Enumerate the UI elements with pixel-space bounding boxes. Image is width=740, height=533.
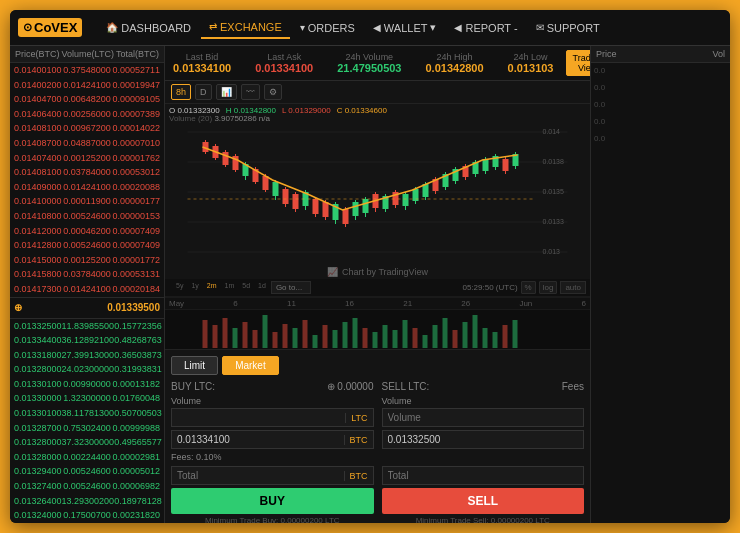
nav-dashboard[interactable]: 🏠 DASHBOARD: [98, 18, 199, 38]
buy-price-row[interactable]: BTC: [171, 430, 374, 449]
sell-order-row[interactable]: 0.014128000.005246000.00007409: [10, 238, 164, 253]
sell-order-row[interactable]: 0.014120000.000462000.00007409: [10, 224, 164, 239]
buy-order-row[interactable]: 0.013274000.005246000.00006982: [10, 479, 164, 494]
sell-button[interactable]: SELL: [382, 488, 585, 514]
sell-order-row[interactable]: 0.014081000.037840000.00053012: [10, 165, 164, 180]
buy-order-row[interactable]: 0.013294000.005246000.00005012: [10, 464, 164, 479]
sell-order-row[interactable]: 0.014158000.037840000.00053131: [10, 267, 164, 282]
buy-order-row[interactable]: 0.0133180027.399130000.36503873: [10, 348, 164, 363]
svg-rect-90: [353, 318, 358, 348]
svg-rect-91: [363, 328, 368, 348]
period-8h-btn[interactable]: 8h: [171, 84, 191, 100]
svg-rect-39: [343, 209, 349, 224]
svg-rect-51: [403, 194, 409, 206]
buy-order-row[interactable]: 0.013280000.002244000.00002981: [10, 450, 164, 465]
buy-total-input[interactable]: [172, 467, 344, 484]
nav-wallet[interactable]: ◀ WALLET ▾: [365, 17, 445, 38]
svg-rect-100: [453, 330, 458, 348]
price-00135: 0.0: [594, 100, 727, 109]
col-price: Price(BTC): [15, 49, 60, 59]
buy-order-row[interactable]: 0.013287000.753024000.00999988: [10, 421, 164, 436]
sell-order-row[interactable]: 0.014100000.000119000.00000177: [10, 194, 164, 209]
buy-order-row[interactable]: 0.013301000.009900000.00013182: [10, 377, 164, 392]
last-ask-value: 0.01334100: [255, 62, 313, 74]
buy-order-row[interactable]: 0.0133440036.128921000.48268763: [10, 333, 164, 348]
time-1y[interactable]: 1y: [188, 281, 201, 294]
xaxis-jun: Jun: [519, 299, 532, 308]
last-ask-label: Last Ask: [267, 52, 301, 62]
svg-rect-79: [243, 322, 248, 348]
buy-order-row[interactable]: 0.013240000.175007000.00231820: [10, 508, 164, 523]
buy-total-btc: BTC: [344, 471, 373, 481]
sell-order-row[interactable]: 0.014150000.001252000.00001772: [10, 253, 164, 268]
buy-order-row[interactable]: 0.0133250011.839855000.15772356: [10, 319, 164, 334]
period-d-btn[interactable]: D: [195, 84, 212, 100]
limit-tab[interactable]: Limit: [171, 356, 218, 375]
svg-rect-33: [313, 199, 319, 214]
time-1d[interactable]: 1d: [255, 281, 269, 294]
percent-btn[interactable]: %: [521, 281, 536, 294]
time-5d[interactable]: 5d: [239, 281, 253, 294]
market-tab[interactable]: Market: [222, 356, 279, 375]
mid-price: ⊕ 0.01339500: [10, 297, 164, 319]
buy-volume-input[interactable]: [172, 409, 345, 426]
nav-exchange[interactable]: ⇄ EXCHANGE: [201, 17, 290, 39]
svg-rect-89: [343, 322, 348, 348]
svg-rect-41: [353, 202, 359, 216]
sell-order-row[interactable]: 0.014002000.014241000.00019947: [10, 78, 164, 93]
goto-input[interactable]: [271, 281, 311, 294]
sell-order-row[interactable]: 0.014074000.001252000.00001762: [10, 151, 164, 166]
line-icon-btn[interactable]: 〰: [241, 84, 260, 100]
time-1m[interactable]: 1m: [222, 281, 238, 294]
sell-total-row[interactable]: [382, 466, 585, 485]
mid-price-icon: ⊕: [14, 301, 22, 315]
trading-view-btn[interactable]: Trading View: [566, 50, 591, 76]
svg-rect-99: [443, 318, 448, 348]
buy-total-row[interactable]: BTC: [171, 466, 374, 485]
log-btn[interactable]: log: [539, 281, 558, 294]
buy-label: BUY LTC:: [171, 381, 215, 392]
buy-header: BUY LTC: ⊕ 0.00000: [171, 381, 374, 392]
sell-order-row[interactable]: 0.014173000.014241000.00020184: [10, 282, 164, 297]
sell-total-input[interactable]: [383, 467, 584, 484]
buy-ltc-label: LTC: [345, 413, 372, 423]
svg-rect-93: [383, 325, 388, 348]
auto-btn[interactable]: auto: [560, 281, 586, 294]
sell-volume-row[interactable]: [382, 408, 585, 427]
time-5y[interactable]: 5y: [173, 281, 186, 294]
nav-report[interactable]: ◀ REPORT -: [446, 18, 525, 38]
volume-area: [165, 309, 590, 349]
svg-rect-98: [433, 325, 438, 348]
time-2m[interactable]: 2m: [204, 281, 220, 294]
buy-order-row[interactable]: 0.0132800037.323000000.49565577: [10, 435, 164, 450]
order-type-tabs: Limit Market: [171, 356, 584, 375]
buy-volume-row[interactable]: LTC: [171, 408, 374, 427]
sell-order-row[interactable]: 0.014081000.009672000.00014022: [10, 121, 164, 136]
svg-text:0.013: 0.013: [543, 248, 561, 255]
sell-order-row[interactable]: 0.014001000.375480000.00052711: [10, 63, 164, 78]
sell-price-row[interactable]: [382, 430, 585, 449]
sell-price-input[interactable]: [383, 431, 584, 448]
settings-icon-btn[interactable]: ⚙: [264, 84, 282, 100]
price-0014: 0.0: [594, 66, 727, 75]
sell-order-row[interactable]: 0.014090000.014241000.00020088: [10, 180, 164, 195]
sell-order-row[interactable]: 0.014047000.006482000.00009105: [10, 92, 164, 107]
sell-order-row[interactable]: 0.014087000.048870000.00007010: [10, 136, 164, 151]
nav-orders[interactable]: ▾ ORDERS: [292, 18, 363, 38]
candle-icon-btn[interactable]: 📊: [216, 84, 237, 100]
svg-rect-76: [213, 325, 218, 348]
sell-order-row[interactable]: 0.014108000.005246000.00000153: [10, 209, 164, 224]
nav-support[interactable]: ✉ SUPPORT: [528, 18, 608, 38]
wallet-dropdown-icon: ▾: [430, 21, 436, 34]
buy-order-row[interactable]: 0.013300001.323000000.01760048: [10, 391, 164, 406]
buy-order-row[interactable]: 0.0133010038.117813000.50700503: [10, 406, 164, 421]
buy-order-row[interactable]: 0.0132640013.293002000.18978128: [10, 494, 164, 509]
sell-volume-input[interactable]: [383, 409, 584, 426]
buy-price-input[interactable]: [172, 431, 344, 448]
sell-fees-note: Fees: [562, 381, 584, 392]
buy-order-row[interactable]: 0.0132800024.023000000.31993831: [10, 362, 164, 377]
wallet-icon: ◀: [373, 22, 381, 33]
buy-button[interactable]: BUY: [171, 488, 374, 514]
sell-order-row[interactable]: 0.014064000.002560000.00007389: [10, 107, 164, 122]
last-bid-value: 0.01334100: [173, 62, 231, 74]
